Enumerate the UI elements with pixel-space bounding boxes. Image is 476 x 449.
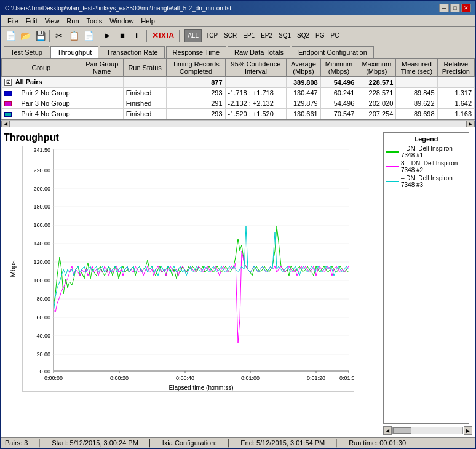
pill-scr[interactable]: SCR	[221, 29, 239, 42]
pair3-status: Finished	[123, 98, 167, 109]
menu-window[interactable]: Window	[106, 16, 137, 26]
toolbar-sep2	[98, 30, 98, 42]
toolbar-cut-btn[interactable]: ✂	[52, 29, 66, 42]
status-runtime: Run time: 00:01:30	[349, 439, 406, 447]
svg-text:0:00:20: 0:00:20	[110, 375, 129, 381]
y-axis-label: Mbps	[9, 261, 17, 277]
legend-scroll-right[interactable]: ▶	[464, 426, 472, 435]
all-pairs-status	[123, 77, 167, 88]
pair2-group: Pair 2 No Group	[2, 88, 81, 98]
toolbar-paste-btn[interactable]: 📄	[82, 29, 95, 42]
tab-response-time[interactable]: Response Time	[166, 46, 226, 58]
col-timing: Timing RecordsCompleted	[167, 59, 225, 77]
tab-test-setup[interactable]: Test Setup	[4, 46, 49, 58]
tab-raw-data-totals[interactable]: Raw Data Totals	[228, 46, 290, 58]
table-container: Group Pair GroupName Run Status Timing R…	[1, 58, 475, 120]
pair4-time: 89.698	[396, 109, 437, 119]
close-button[interactable]: ✕	[461, 4, 471, 12]
maximize-button[interactable]: □	[450, 4, 460, 12]
svg-text:160.00: 160.00	[33, 222, 50, 228]
status-pairs: Pairs: 3	[5, 439, 28, 447]
all-pairs-group: ☑ All Pairs	[2, 77, 81, 88]
menu-run[interactable]: Run	[63, 16, 82, 26]
chart-line-magenta	[54, 251, 349, 343]
toolbar-stop-btn[interactable]: ⏹	[116, 29, 129, 42]
svg-text:241.50: 241.50	[33, 147, 50, 153]
table-hscrollbar[interactable]: ◀ ▶	[1, 120, 475, 127]
svg-text:140.00: 140.00	[33, 240, 50, 247]
all-pairs-precision	[437, 77, 474, 88]
menu-edit[interactable]: Edit	[22, 16, 41, 26]
svg-rect-0	[54, 149, 349, 371]
pair4-name	[81, 109, 123, 119]
scroll-right-btn[interactable]: ▶	[466, 121, 475, 128]
title-bar-buttons: ─ □ ✕	[439, 4, 471, 12]
legend-scrollbar[interactable]: ◀ ▶	[383, 426, 472, 435]
status-separator3: │	[226, 439, 231, 447]
toolbar-copy-btn[interactable]: 📋	[67, 29, 81, 42]
chart-svg: 241.50 220.00 200.00 180.00 160.00 140.0…	[22, 146, 354, 392]
col-relative-precision: RelativePrecision	[437, 59, 474, 77]
tab-endpoint-config[interactable]: Endpoint Configuration	[292, 46, 374, 58]
svg-text:180.00: 180.00	[33, 204, 50, 210]
col-group: Group	[2, 59, 81, 77]
pill-ep2[interactable]: EP2	[258, 29, 275, 42]
pill-sq1[interactable]: SQ1	[276, 29, 293, 42]
toolbar-run-btn[interactable]: ▶	[101, 29, 114, 42]
legend-title: Legend	[386, 135, 466, 143]
tab-transaction-rate[interactable]: Transaction Rate	[100, 46, 164, 58]
chart-line-green	[54, 226, 349, 306]
svg-text:0:00:40: 0:00:40	[176, 375, 194, 381]
col-maximum: Maximum(Mbps)	[357, 59, 396, 77]
toolbar-open-btn[interactable]: 📂	[18, 29, 32, 42]
menu-help[interactable]: Help	[137, 16, 159, 26]
status-end: End: 5/12/2015, 3:01:54 PM	[240, 439, 325, 447]
legend-color-2	[386, 166, 399, 167]
legend-scroll-track[interactable]	[392, 427, 463, 434]
pill-all[interactable]: ALL	[184, 29, 202, 42]
menu-view[interactable]: View	[41, 16, 63, 26]
pair4-maximum: 207.254	[357, 109, 396, 119]
toolbar-pause-btn[interactable]: ⏸	[130, 29, 144, 42]
pill-pc[interactable]: PC	[328, 29, 342, 42]
legend-scroll-left[interactable]: ◀	[383, 426, 392, 435]
pill-ep1[interactable]: EP1	[240, 29, 257, 42]
pair3-precision: 1.642	[437, 98, 474, 109]
pair3-maximum: 202.020	[357, 98, 396, 109]
pill-sq2[interactable]: SQ2	[295, 29, 312, 42]
table-row: Pair 4 No Group Finished 293 -1.520 : +1…	[2, 109, 475, 119]
ixia-logo: ✕IXIA	[152, 31, 174, 40]
pair4-average: 130.661	[287, 109, 320, 119]
tab-throughput[interactable]: Throughput	[50, 46, 98, 58]
chart-container: Throughput Mbps	[1, 127, 475, 437]
pill-pg[interactable]: PG	[313, 29, 327, 42]
all-pairs-minimum: 54.496	[320, 77, 357, 88]
y-label-container: Mbps	[4, 149, 22, 389]
all-pairs-maximum: 228.571	[357, 77, 396, 88]
svg-text:40.00: 40.00	[36, 333, 50, 339]
pair2-time: 89.845	[396, 88, 437, 98]
pair3-timing: 291	[167, 98, 225, 109]
pair4-group: Pair 4 No Group	[2, 109, 81, 119]
scroll-left-btn[interactable]: ◀	[1, 121, 10, 128]
pair2-average: 130.447	[287, 88, 320, 98]
minimize-button[interactable]: ─	[439, 4, 449, 12]
menu-file[interactable]: File	[4, 16, 22, 26]
toolbar-sep3	[146, 30, 147, 42]
status-start: Start: 5/12/2015, 3:00:24 PM	[52, 439, 138, 447]
scroll-track[interactable]	[10, 121, 466, 127]
toolbar-new-btn[interactable]: 📄	[4, 29, 17, 42]
toolbar-row1: 📄 📂 💾 ✂ 📋 📄 ▶ ⏹ ⏸ ✕IXIA ALL TCP SCR EP1 …	[1, 27, 475, 44]
pill-tcp[interactable]: TCP	[203, 29, 220, 42]
col-minimum: Minimum(Mbps)	[320, 59, 357, 77]
table-row: Pair 3 No Group Finished 291 -2.132 : +2…	[2, 98, 475, 109]
col-confidence: 95% ConfidenceInterval	[225, 59, 287, 77]
legend-color-3	[386, 181, 399, 182]
legend-scroll-thumb[interactable]	[393, 427, 411, 434]
menu-bar: File Edit View Run Tools Window Help	[1, 15, 475, 27]
title-bar: C:\Users\Tim\Desktop\wlan_tests\linksys_…	[1, 1, 475, 15]
toolbar-save-btn[interactable]: 💾	[33, 29, 47, 42]
legend-item-3: – DN Dell Inspiron 7348 #3	[386, 175, 466, 188]
chart-title: Throughput	[4, 132, 381, 143]
menu-tools[interactable]: Tools	[83, 16, 106, 26]
